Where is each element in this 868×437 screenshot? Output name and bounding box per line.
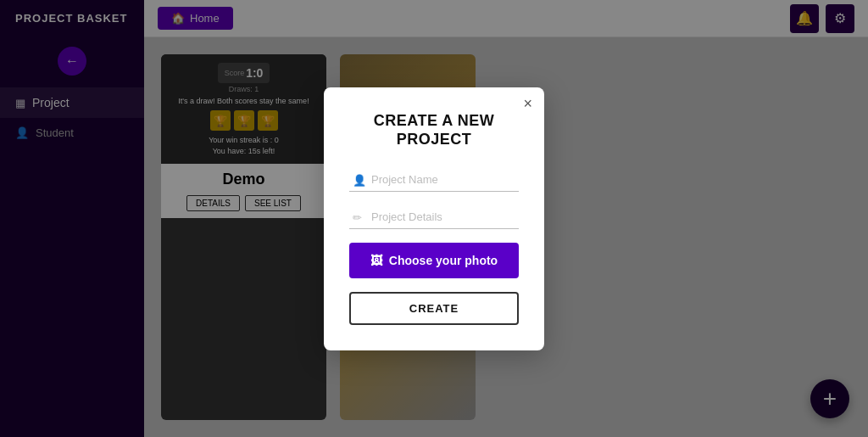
project-details-input[interactable] [349,205,519,229]
create-button[interactable]: CREATE [349,292,519,325]
choose-photo-button[interactable]: 🖼 Choose your photo [349,243,519,278]
project-name-group: 👤 [349,168,519,192]
person-icon: 👤 [353,173,366,186]
create-project-modal: × CREATE A NEW PROJECT 👤 ✏ 🖼 Choose your… [324,87,544,350]
modal-close-button[interactable]: × [523,96,532,111]
photo-icon: 🖼 [370,254,382,267]
project-name-input[interactable] [349,168,519,192]
pencil-icon: ✏ [353,210,362,223]
modal-title: CREATE A NEW PROJECT [349,111,519,149]
modal-overlay: × CREATE A NEW PROJECT 👤 ✏ 🖼 Choose your… [0,0,868,437]
project-details-group: ✏ [349,205,519,229]
choose-photo-label: Choose your photo [389,254,498,267]
